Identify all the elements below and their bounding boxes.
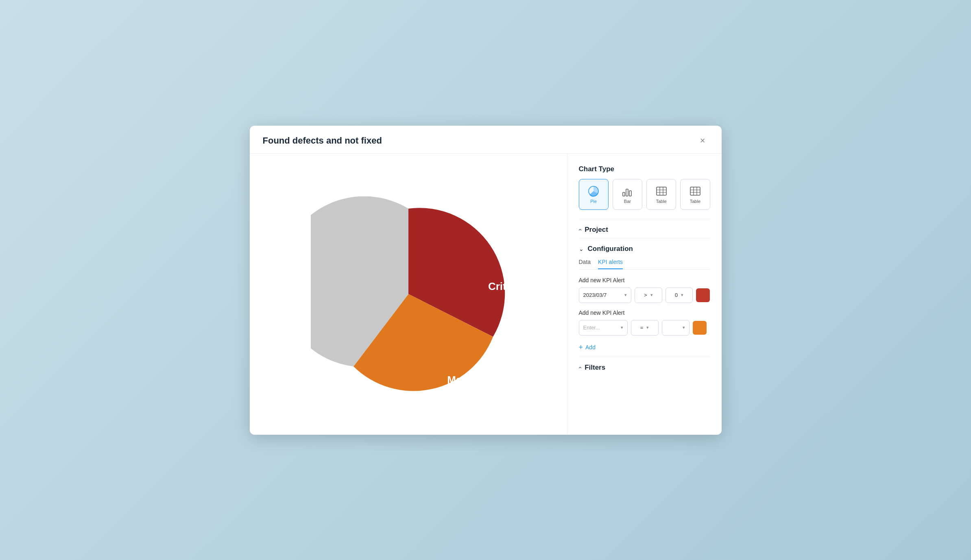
chart-type-table2-label: Table — [690, 199, 700, 204]
kpi-alert-2-row: Enter... ▾ = ▾ ▾ — [579, 320, 710, 336]
chart-area: Critical Major — [250, 154, 567, 435]
filters-accordion-header[interactable]: › Filters — [579, 364, 710, 372]
chart-type-pie[interactable]: Pie — [579, 179, 609, 210]
chart-type-grid: Pie Bar — [579, 179, 710, 210]
chart-type-table1[interactable]: Table — [646, 179, 676, 210]
close-button[interactable]: × — [697, 135, 709, 147]
kpi-alert-1-num-arrow: ▾ — [681, 292, 683, 298]
kpi-alert-2-eq-value: = — [640, 325, 644, 331]
kpi-alert-2-eq-arrow: ▾ — [646, 325, 649, 330]
project-section: › Project — [579, 219, 710, 236]
project-accordion-header[interactable]: › Project — [579, 226, 710, 234]
kpi-alert-2-eq-select[interactable]: = ▾ — [631, 320, 659, 336]
kpi-alert-1-op-select[interactable]: > ▾ — [635, 288, 662, 303]
configuration-section: ⌄ Configuration Data KPI alerts Add new … — [579, 238, 710, 355]
tab-kpi-alerts[interactable]: KPI alerts — [598, 259, 623, 269]
chart-type-pie-label: Pie — [590, 199, 597, 204]
filters-chevron: › — [576, 366, 583, 368]
project-title: Project — [585, 226, 608, 234]
chart-type-table1-label: Table — [656, 199, 666, 204]
add-kpi-alert-button[interactable]: + Add — [579, 342, 596, 353]
chart-type-title: Chart Type — [579, 165, 710, 173]
kpi-alert-2-enter-value: Enter... — [583, 325, 600, 331]
svg-rect-4 — [626, 189, 628, 196]
add-label: Add — [585, 344, 596, 351]
kpi-alert-1-row: 2023/03/7 ▾ > ▾ 0 ▾ — [579, 288, 710, 303]
filters-title: Filters — [585, 364, 605, 372]
kpi-alert-1-num-select[interactable]: 0 ▾ — [666, 288, 693, 303]
svg-rect-11 — [690, 187, 700, 195]
svg-text:Critical: Critical — [488, 280, 506, 292]
modal-header: Found defects and not fixed × — [250, 126, 722, 154]
kpi-alert-1-label: Add new KPI Alert — [579, 277, 710, 283]
configuration-chevron: ⌄ — [579, 246, 584, 252]
kpi-alert-2-blank-arrow: ▾ — [683, 325, 685, 330]
add-icon: + — [579, 344, 583, 351]
configuration-title: Configuration — [588, 245, 633, 253]
sidebar: Chart Type Pie — [567, 154, 722, 435]
modal-body: Critical Major Chart Type Pie — [250, 154, 722, 435]
config-tabs: Data KPI alerts — [579, 259, 710, 270]
kpi-alert-2-enter-select[interactable]: Enter... ▾ — [579, 320, 628, 336]
pie-chart: Critical Major — [311, 196, 506, 392]
kpi-alert-1-date-value: 2023/03/7 — [583, 292, 607, 298]
kpi-alert-1-op-arrow: ▾ — [650, 292, 653, 298]
kpi-alert-1-date-arrow: ▾ — [624, 292, 627, 298]
kpi-alert-1-color[interactable] — [696, 288, 710, 302]
svg-rect-5 — [629, 191, 631, 196]
chart-type-bar[interactable]: Bar — [613, 179, 642, 210]
project-chevron: › — [576, 229, 583, 231]
chart-type-bar-label: Bar — [624, 199, 631, 204]
chart-type-table2[interactable]: Table — [680, 179, 710, 210]
kpi-alert-1-op-value: > — [644, 292, 647, 298]
svg-rect-3 — [623, 192, 625, 196]
modal: Found defects and not fixed × Critical M… — [250, 126, 722, 435]
kpi-alert-2-color[interactable] — [693, 321, 707, 335]
svg-text:Major: Major — [447, 374, 475, 386]
filters-section: › Filters — [579, 357, 710, 374]
kpi-alert-1-date-select[interactable]: 2023/03/7 ▾ — [579, 288, 631, 303]
kpi-alert-1-num-value: 0 — [675, 292, 678, 298]
kpi-alert-2-label: Add new KPI Alert — [579, 309, 710, 316]
kpi-alert-2-blank-select[interactable]: ▾ — [662, 320, 690, 336]
modal-title: Found defects and not fixed — [263, 135, 382, 146]
configuration-accordion-header[interactable]: ⌄ Configuration — [579, 245, 710, 253]
kpi-alert-2-enter-arrow: ▾ — [621, 325, 623, 330]
svg-rect-6 — [657, 187, 666, 195]
tab-data[interactable]: Data — [579, 259, 591, 269]
